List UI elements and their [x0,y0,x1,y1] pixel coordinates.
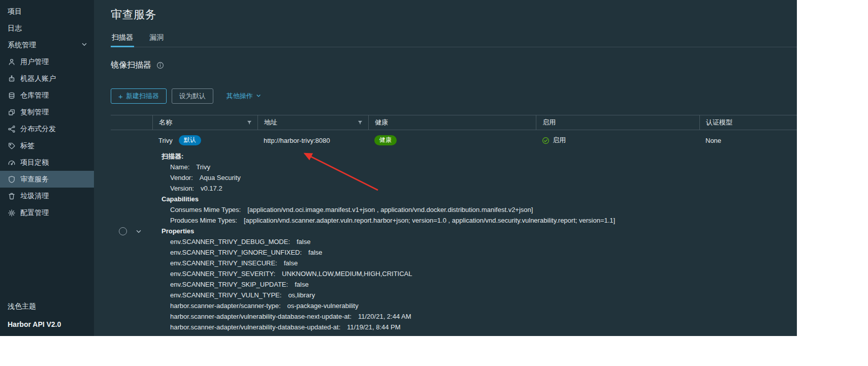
detail-line: harbor.scanner-adapter/vulnerability-dat… [152,322,797,332]
sidebar-top-items: 项目日志 [0,3,94,37]
sidebar-item-projects[interactable]: 项目 [0,3,94,20]
sidebar-footer-light-theme[interactable]: 浅色主题 [0,298,94,315]
users-icon [8,58,16,66]
sidebar-footer-harbor-api[interactable]: Harbor API V2.0 [0,315,94,334]
row-summary: Trivy 默认 http://harbor-trivy:8080 健康 [152,130,797,150]
main-content: 审查服务 扫描器 漏洞 镜像扫描器 + 新建扫描器 设为默认 其他操作 [94,0,797,336]
sidebar-system-items: 用户管理 机器人账户 仓库管理 复制管理 分布式分发 标签 项目定额 审查服务 [0,53,94,221]
gear-icon [8,209,16,217]
distribution-icon [8,125,16,133]
row-main: Trivy 默认 http://harbor-trivy:8080 健康 [152,130,797,332]
section-title: 镜像扫描器 [111,60,151,71]
column-header-2: 健康 [368,115,536,130]
cell-health: 健康 [368,135,536,145]
sidebar: 项目日志 系统管理 用户管理 机器人账户 仓库管理 复制管理 分布式分发 [0,0,94,336]
sidebar-item-distribution[interactable]: 分布式分发 [0,120,94,137]
tab-bar: 扫描器 漏洞 [111,33,797,47]
detail-line: env.SCANNER_TRIVY_DEBUG_MODE:false [152,236,797,247]
row-radio-button[interactable] [119,227,127,235]
scanners-table: 名称 地址 健康 启用 认证模型 [111,115,797,332]
cell-auth-model: None [699,137,797,144]
replication-icon [8,108,16,116]
enabled-label: 启用 [553,136,566,145]
detail-line: Produces Mime Types:[application/vnd.sca… [152,215,797,226]
row-expand-caret-icon[interactable] [135,228,142,235]
sidebar-item-interrogation-services[interactable]: 审查服务 [0,171,94,188]
tab-vulnerability[interactable]: 漏洞 [148,33,165,47]
row-gutter [111,130,152,332]
check-circle-icon [542,137,550,144]
detail-line: env.SCANNER_TRIVY_IGNORE_UNFIXED:false [152,247,797,258]
chevron-down-icon [81,41,88,49]
other-actions-dropdown[interactable]: 其他操作 [224,88,264,104]
column-label: 健康 [375,118,388,127]
sidebar-item-project-quotas[interactable]: 项目定额 [0,154,94,171]
column-header-3: 启用 [536,115,699,130]
sidebar-item-registries[interactable]: 仓库管理 [0,87,94,104]
sidebar-item-robot-accounts[interactable]: 机器人账户 [0,70,94,87]
detail-line: Vendor:Aqua Security [152,172,797,183]
filter-funnel-icon[interactable] [357,119,363,126]
detail-line: 扫描器: [152,151,797,162]
row-details: 扫描器: Name:Trivy Vendor:Aqua Security Ver… [152,150,797,332]
column-header-1: 地址 [258,115,368,130]
new-scanner-button[interactable]: + 新建扫描器 [111,88,167,104]
set-default-button[interactable]: 设为默认 [172,88,213,104]
page-title: 审查服务 [111,7,797,22]
detail-line: env.SCANNER_TRIVY_SEVERITY:UNKNOWN,LOW,M… [152,268,797,279]
auth-model-value: None [705,137,721,144]
registry-icon [8,92,16,100]
plus-icon: + [118,93,123,100]
detail-line: Properties [152,226,797,236]
table-header-gutter [111,115,152,130]
detail-line: harbor.scanner-adapter/scanner-type:os-p… [152,300,797,311]
tag-icon [8,142,16,150]
chevron-down-icon [255,93,262,100]
robot-icon [8,75,16,83]
sidebar-item-configuration[interactable]: 配置管理 [0,204,94,221]
default-badge: 默认 [179,135,201,145]
sidebar-item-replications[interactable]: 复制管理 [0,104,94,120]
cell-name: Trivy 默认 [152,135,258,145]
column-header-4: 认证模型 [699,115,797,130]
column-label: 名称 [159,118,172,127]
sidebar-item-labels[interactable]: 标签 [0,137,94,154]
toolbar: + 新建扫描器 设为默认 其他操作 [111,88,797,104]
harbor-app: 项目日志 系统管理 用户管理 机器人账户 仓库管理 复制管理 分布式分发 [0,0,797,336]
section-header: 镜像扫描器 [111,60,797,71]
detail-line: env.SCANNER_TRIVY_VULN_TYPE:os,library [152,290,797,300]
shield-icon [8,175,16,184]
detail-line: harbor.scanner-adapter/vulnerability-dat… [152,311,797,322]
detail-line: env.SCANNER_TRIVY_SKIP_UPDATE:false [152,279,797,290]
detail-line: Capabilities [152,194,797,204]
cell-address: http://harbor-trivy:8080 [258,137,368,144]
table-row: Trivy 默认 http://harbor-trivy:8080 健康 [111,130,797,332]
column-label: 地址 [264,118,277,127]
sidebar-footer: 浅色主题Harbor API V2.0 [0,298,94,336]
column-header-0: 名称 [152,115,258,130]
tab-scanners[interactable]: 扫描器 [111,33,134,47]
sidebar-spacer [0,221,94,298]
filter-funnel-icon[interactable] [246,119,252,126]
sidebar-group-system-management[interactable]: 系统管理 [0,37,94,53]
detail-line: Consumes Mime Types:[application/vnd.oci… [152,204,797,215]
scanner-address: http://harbor-trivy:8080 [264,137,330,144]
sidebar-item-garbage-collection[interactable]: 垃圾清理 [0,188,94,204]
column-label: 启用 [542,118,556,127]
trash-icon [8,192,16,200]
quota-icon [8,159,16,167]
cell-enabled: 启用 [536,136,699,145]
sidebar-item-user-management[interactable]: 用户管理 [0,53,94,70]
sidebar-group-label: 系统管理 [8,41,36,50]
column-label: 认证模型 [706,118,732,127]
info-icon[interactable] [156,62,164,69]
detail-line: Version:v0.17.2 [152,183,797,194]
table-header: 名称 地址 健康 启用 认证模型 [111,115,797,130]
sidebar-item-logs[interactable]: 日志 [0,20,94,37]
detail-line: Name:Trivy [152,162,797,172]
health-badge: 健康 [374,135,397,145]
scanner-name: Trivy [158,137,173,144]
detail-line: env.SCANNER_TRIVY_INSECURE:false [152,258,797,268]
